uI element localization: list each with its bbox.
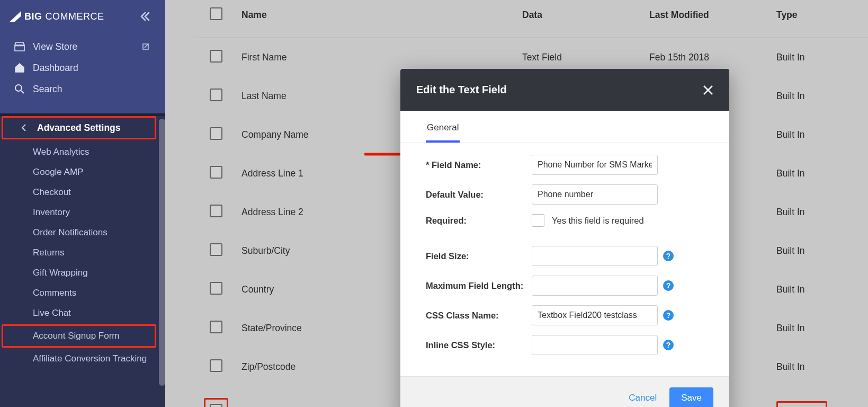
close-icon[interactable] bbox=[703, 85, 713, 95]
sidebar-scrollbar[interactable] bbox=[159, 119, 165, 386]
sidebar-sub-label: Returns bbox=[33, 247, 65, 258]
storefront-icon bbox=[14, 41, 25, 52]
sidebar-sub-item[interactable]: Comments bbox=[0, 283, 165, 303]
sidebar-item-dashboard[interactable]: Dashboard bbox=[0, 57, 165, 78]
label-inline-css: Inline CSS Style: bbox=[426, 340, 532, 350]
input-field-name[interactable] bbox=[532, 155, 658, 175]
sidebar-sub-label: Comments bbox=[33, 288, 76, 298]
edit-field-modal: Edit the Text Field General Field Name: … bbox=[400, 69, 729, 407]
input-inline-css[interactable] bbox=[532, 335, 658, 355]
input-default-value[interactable] bbox=[532, 184, 658, 205]
label-max-length: Maximum Field Length: bbox=[426, 281, 532, 291]
sidebar-submenu: Web Analytics Google AMP Checkout Invent… bbox=[0, 142, 165, 369]
input-field-size[interactable] bbox=[532, 246, 658, 266]
brand-triangle-icon bbox=[10, 11, 21, 22]
modal-title: Edit the Text Field bbox=[416, 84, 507, 96]
sidebar-sub-item[interactable]: Order Notifications bbox=[0, 223, 165, 243]
sidebar-sub-item[interactable]: Checkout bbox=[0, 182, 165, 202]
sidebar-sub-item[interactable]: Google AMP bbox=[0, 162, 165, 182]
checkbox-required[interactable] bbox=[532, 214, 544, 227]
sidebar-sub-label: Gift Wrapping bbox=[33, 268, 88, 278]
modal-body: Field Name: Default Value: Required: Yes… bbox=[400, 143, 729, 376]
sidebar-sub-item[interactable]: Live Chat bbox=[0, 303, 165, 323]
input-css-class[interactable] bbox=[532, 305, 658, 325]
sidebar-item-view-store[interactable]: View Store bbox=[0, 36, 165, 57]
sidebar-sub-item[interactable]: Affiliate Conversion Tracking bbox=[0, 349, 165, 369]
modal-header: Edit the Text Field bbox=[400, 69, 729, 111]
sidebar-label: Search bbox=[33, 84, 62, 95]
label-field-name: Field Name: bbox=[426, 160, 532, 170]
sidebar-sub-label: Google AMP bbox=[33, 167, 83, 177]
sidebar-sub-item[interactable]: Returns bbox=[0, 243, 165, 263]
tab-general[interactable]: General bbox=[426, 122, 460, 143]
sidebar-top: BIGCOMMERCE View Store Dashboard Search bbox=[0, 0, 165, 116]
sidebar-sub-item[interactable]: Inventory bbox=[0, 202, 165, 223]
sidebar-sub-item[interactable]: Web Analytics bbox=[0, 142, 165, 162]
brand-logo: BIGCOMMERCE bbox=[10, 11, 104, 22]
help-icon[interactable]: ? bbox=[663, 280, 674, 291]
label-required: Required: bbox=[426, 216, 532, 226]
sidebar-sub-label: Inventory bbox=[33, 207, 70, 217]
help-icon[interactable]: ? bbox=[663, 251, 674, 261]
sidebar-sub-label: Checkout bbox=[33, 187, 71, 197]
svg-point-0 bbox=[15, 85, 22, 91]
sidebar-sub-label: Live Chat bbox=[33, 308, 71, 318]
label-field-size: Field Size: bbox=[426, 251, 532, 261]
sidebar-item-search[interactable]: Search bbox=[0, 78, 165, 100]
required-text: Yes this field is required bbox=[552, 216, 644, 226]
input-max-length[interactable] bbox=[532, 276, 658, 296]
logo-row: BIGCOMMERCE bbox=[0, 1, 165, 36]
sidebar-sub-item-account-signup-form[interactable]: Account Signup Form bbox=[2, 324, 156, 348]
label-default-value: Default Value: bbox=[426, 190, 532, 200]
modal-footer: Cancel Save bbox=[400, 376, 729, 407]
sidebar-collapse-icon[interactable] bbox=[140, 12, 150, 21]
help-icon[interactable]: ? bbox=[663, 310, 674, 321]
external-link-icon bbox=[140, 41, 151, 52]
sidebar-sub-label: Order Notifications bbox=[33, 227, 108, 237]
sidebar-sub-label: Web Analytics bbox=[33, 147, 89, 157]
sidebar-label: View Store bbox=[33, 41, 77, 52]
sidebar-label: Dashboard bbox=[33, 63, 78, 74]
save-button[interactable]: Save bbox=[669, 387, 713, 407]
sidebar: BIGCOMMERCE View Store Dashboard Search … bbox=[0, 0, 165, 407]
help-icon[interactable]: ? bbox=[663, 340, 674, 350]
search-icon bbox=[14, 83, 25, 95]
sidebar-item-advanced-settings[interactable]: Advanced Settings bbox=[2, 116, 156, 139]
label-css-class: CSS Class Name: bbox=[426, 311, 532, 321]
cancel-button[interactable]: Cancel bbox=[625, 387, 660, 407]
brand-commerce: COMMERCE bbox=[46, 11, 104, 22]
brand-big: BIG bbox=[24, 11, 42, 22]
sidebar-sub-label: Affiliate Conversion Tracking bbox=[33, 353, 147, 364]
chevron-left-icon bbox=[18, 122, 30, 134]
sidebar-sub-item[interactable]: Gift Wrapping bbox=[0, 263, 165, 283]
sidebar-label: Advanced Settings bbox=[37, 122, 121, 134]
home-icon bbox=[14, 62, 25, 74]
sidebar-sub-label: Account Signup Form bbox=[33, 331, 119, 341]
modal-tabs: General bbox=[400, 111, 729, 143]
